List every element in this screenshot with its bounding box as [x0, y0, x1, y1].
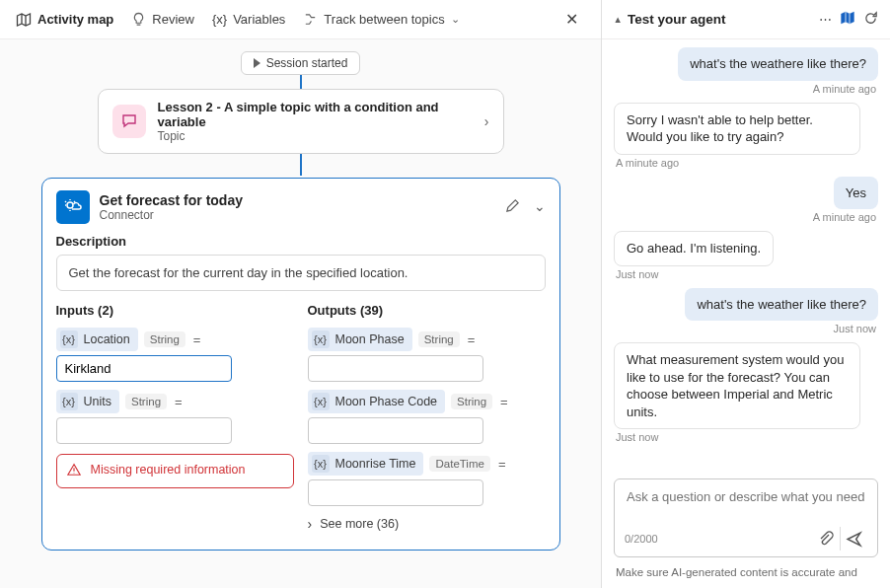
output-value: [308, 355, 483, 382]
tab-variables-label: Variables: [233, 12, 285, 27]
canvas[interactable]: Session started Lesson 2 - A simple topi…: [0, 39, 601, 588]
chat-bubble[interactable]: What measurement system would you like t…: [614, 342, 860, 429]
toggle-caret-icon[interactable]: ▸: [611, 17, 624, 23]
see-more-label: See more (36): [320, 517, 399, 531]
output-param: {x}Moon Phase String =: [308, 328, 546, 382]
ai-disclaimer: Make sure AI-generated content is accura…: [602, 561, 890, 588]
connector-node[interactable]: Get forecast for today Connector ⌄ Descr…: [41, 178, 560, 551]
chat-bubble[interactable]: Go ahead. I'm listening.: [614, 231, 774, 266]
inputs-column: Inputs (2) {x}Location String =: [56, 303, 294, 532]
chat-message-user: YesA minute ago: [614, 177, 878, 230]
session-chip[interactable]: Session started: [241, 51, 361, 75]
tab-track[interactable]: Track between topics ⌄: [303, 12, 459, 27]
char-counter: 0/2000: [625, 533, 658, 545]
type-chip: String: [125, 394, 167, 409]
attach-icon[interactable]: [812, 527, 840, 551]
braces-icon: {x}: [312, 393, 330, 410]
chat-timestamp: A minute ago: [813, 83, 876, 95]
chat-timestamp: A minute ago: [616, 157, 679, 169]
chat-bubble[interactable]: what's the weathere like there?: [678, 47, 878, 81]
app-root: Activity map Review {x} Variables Track …: [0, 0, 890, 588]
composer-input[interactable]: [625, 487, 867, 521]
composer-row: 0/2000: [625, 527, 867, 551]
chat-bubble[interactable]: Yes: [834, 177, 878, 210]
close-button[interactable]: ✕: [557, 6, 585, 34]
var-chip[interactable]: {x}Moon Phase Code: [308, 390, 446, 413]
topic-card[interactable]: Lesson 2 - A simple topic with a conditi…: [98, 89, 504, 154]
chevron-right-icon: ›: [484, 113, 489, 129]
weather-icon: [56, 190, 90, 224]
test-panel: ▸ Test your agent ⋯ what's the weathere …: [602, 0, 890, 588]
braces-icon: {x}: [312, 455, 330, 473]
var-chip[interactable]: {x}Moonrise Time: [308, 452, 424, 476]
refresh-icon[interactable]: [863, 11, 878, 29]
chevron-down-icon[interactable]: ⌄: [534, 198, 546, 216]
input-location-value[interactable]: [56, 355, 232, 382]
chat-message-bot: Go ahead. I'm listening.Just now: [614, 231, 878, 286]
inputs-heading: Inputs (2): [56, 303, 294, 318]
output-param: {x}Moonrise Time DateTime =: [308, 452, 546, 506]
map-icon[interactable]: [840, 10, 855, 29]
equals-sign: =: [496, 457, 508, 472]
var-chip[interactable]: {x}Location: [56, 328, 138, 351]
type-chip: DateTime: [429, 456, 489, 472]
chat-timestamp: A minute ago: [813, 211, 876, 223]
description-label: Description: [56, 234, 546, 249]
tab-review-label: Review: [152, 12, 194, 27]
chat-timestamp: Just now: [616, 431, 658, 443]
input-param-location: {x}Location String =: [56, 328, 294, 382]
play-icon: [254, 58, 260, 68]
composer: 0/2000: [614, 478, 878, 557]
map-icon: [16, 12, 32, 28]
var-chip[interactable]: {x}Moon Phase: [308, 328, 412, 351]
tab-track-label: Track between topics: [324, 12, 444, 27]
error-box: Missing required information: [56, 454, 294, 488]
tab-activity-map[interactable]: Activity map: [16, 12, 113, 28]
top-bar: Activity map Review {x} Variables Track …: [0, 0, 601, 39]
description-box: Get the forecast for the current day in …: [56, 255, 546, 291]
chat-scroll[interactable]: what's the weathere like there?A minute …: [602, 39, 890, 473]
var-chip[interactable]: {x}Units: [56, 390, 119, 413]
node-actions: ⌄: [505, 198, 546, 216]
topic-subtitle: Topic: [158, 129, 473, 143]
braces-icon: {x}: [312, 331, 330, 348]
node-subtitle: Connector: [100, 208, 495, 222]
session-label: Session started: [266, 56, 348, 70]
see-more-button[interactable]: › See more (36): [308, 516, 546, 532]
chevron-down-icon: ⌄: [451, 13, 460, 26]
bulb-icon: [131, 12, 146, 27]
braces-icon: {x}: [212, 12, 227, 27]
equals-sign: =: [466, 332, 478, 347]
input-units-value[interactable]: [56, 417, 232, 444]
send-button[interactable]: [840, 527, 867, 551]
flow-connector: [300, 75, 302, 89]
outputs-column: Outputs (39) {x}Moon Phase String =: [308, 303, 546, 532]
flow-connector: [300, 154, 302, 176]
tab-activity-map-label: Activity map: [37, 12, 113, 27]
equals-sign: =: [498, 395, 510, 409]
edit-icon[interactable]: [505, 198, 520, 216]
output-value: [308, 417, 483, 444]
node-title: Get forecast for today: [100, 192, 495, 208]
braces-icon: {x}: [60, 331, 78, 348]
track-icon: [303, 12, 318, 27]
activity-map-pane: Activity map Review {x} Variables Track …: [0, 0, 602, 588]
chat-icon: [112, 105, 146, 138]
tab-variables[interactable]: {x} Variables: [212, 12, 285, 27]
type-chip: String: [418, 331, 460, 347]
chat-timestamp: Just now: [834, 323, 876, 334]
equals-sign: =: [173, 395, 185, 409]
chat-message-bot: What measurement system would you like t…: [614, 342, 878, 449]
output-param: {x}Moon Phase Code String =: [308, 390, 546, 444]
svg-point-0: [67, 202, 73, 208]
braces-icon: {x}: [60, 393, 78, 410]
chevron-right-icon: ›: [308, 516, 313, 532]
chat-bubble[interactable]: what's the weather like there?: [685, 288, 878, 322]
outputs-heading: Outputs (39): [308, 303, 546, 318]
chat-bubble[interactable]: Sorry I wasn't able to help better. Woul…: [614, 103, 860, 155]
test-panel-title: Test your agent: [628, 12, 811, 27]
topic-title: Lesson 2 - A simple topic with a conditi…: [158, 100, 473, 129]
type-chip: String: [451, 394, 492, 409]
tab-review[interactable]: Review: [131, 12, 194, 27]
more-icon[interactable]: ⋯: [819, 12, 832, 27]
